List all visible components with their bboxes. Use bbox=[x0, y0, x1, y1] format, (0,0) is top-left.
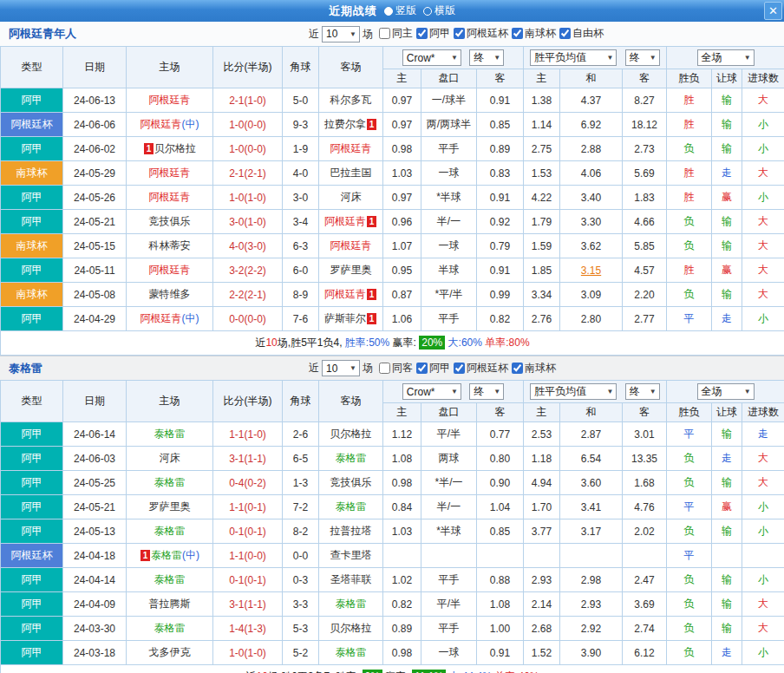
home-team-cell[interactable]: 科林蒂安 bbox=[127, 234, 213, 258]
home-team-cell[interactable]: 河床 bbox=[127, 447, 213, 471]
away-team-cell[interactable]: 阿根廷青1 bbox=[319, 283, 383, 307]
summary-cell: 近10场,胜5平1负4, 胜率:50% 赢率: 20% 大:60% 单率:80% bbox=[1, 331, 784, 356]
checkbox-input[interactable] bbox=[454, 363, 465, 374]
away-team-cell[interactable]: 泰格雷 bbox=[319, 447, 383, 471]
away-team-cell[interactable]: 科尔多瓦 bbox=[319, 88, 383, 113]
league-checkbox-1[interactable]: 阿甲 bbox=[416, 26, 450, 41]
away-team-cell[interactable]: 泰格雷 bbox=[319, 641, 383, 665]
layout-radio-vertical[interactable]: 竖版 bbox=[384, 3, 416, 18]
away-team-cell[interactable]: 贝尔格拉 bbox=[319, 422, 383, 447]
odds-draw[interactable]: 3.15 bbox=[560, 258, 623, 283]
home-team-cell[interactable]: 阿根廷青(中) bbox=[127, 307, 213, 331]
column-header-result: 胜负 bbox=[667, 403, 712, 422]
match-count-select[interactable]: 10 ▼ bbox=[322, 360, 360, 376]
home-team-cell[interactable]: 泰格雷 bbox=[127, 617, 213, 641]
match-row: 南球杯24-05-08蒙特维多2-2(2-1)8-9阿根廷青10.87*平/半0… bbox=[1, 283, 784, 307]
team-name: 阿根廷青 bbox=[330, 239, 372, 252]
away-team-cell[interactable]: 阿根廷青1 bbox=[319, 210, 383, 234]
goals-result-cell: 小 bbox=[742, 137, 784, 161]
home-team-cell[interactable]: 蒙特维多 bbox=[127, 283, 213, 307]
home-team-cell[interactable]: 竞技俱乐 bbox=[127, 210, 213, 234]
odds-away-win: 2.20 bbox=[623, 283, 667, 307]
odds-draw: 6.54 bbox=[560, 447, 623, 471]
close-button[interactable]: ✕ bbox=[764, 2, 782, 20]
handicap-result-cell: 走 bbox=[712, 161, 742, 186]
home-team-cell[interactable]: 罗萨里奥 bbox=[127, 495, 213, 519]
league-checkbox-3[interactable]: 南球杯 bbox=[512, 26, 556, 41]
home-team-cell[interactable]: 泰格雷 bbox=[127, 519, 213, 544]
layout-radio-horizontal[interactable]: 横版 bbox=[423, 3, 455, 18]
away-team-cell[interactable]: 拉普拉塔 bbox=[319, 519, 383, 544]
checkbox-input[interactable] bbox=[512, 363, 523, 374]
match-row: 阿甲24-06-03河床3-1(1-1)6-5泰格雷1.08两球0.801.18… bbox=[1, 447, 784, 471]
home-team-cell[interactable]: 阿根廷青 bbox=[127, 161, 213, 186]
handicap-line: 平/半 bbox=[421, 422, 477, 447]
league-checkbox-1[interactable]: 阿甲 bbox=[416, 361, 450, 376]
away-team-cell[interactable]: 泰格雷 bbox=[319, 495, 383, 519]
handicap-odds-home: 0.89 bbox=[383, 617, 421, 641]
column-header-score: 比分(半场) bbox=[213, 47, 283, 88]
bookmaker-state-value: 终 bbox=[474, 384, 484, 399]
checkbox-input[interactable] bbox=[454, 28, 465, 39]
europe-odds-select[interactable]: 胜平负均值▼ bbox=[530, 383, 617, 400]
column-header-1x2-away: 客 bbox=[623, 403, 667, 422]
checkbox-input[interactable] bbox=[379, 363, 390, 374]
home-team-cell[interactable]: 普拉腾斯 bbox=[127, 592, 213, 617]
europe-state-select[interactable]: 终▼ bbox=[625, 49, 660, 66]
bookmaker-state-select[interactable]: 终▼ bbox=[469, 383, 504, 400]
match-count-select[interactable]: 10 ▼ bbox=[322, 26, 360, 42]
league-checkbox-0[interactable]: 同主 bbox=[379, 26, 413, 41]
away-team-cell[interactable]: 泰格雷 bbox=[319, 592, 383, 617]
checkbox-input[interactable] bbox=[512, 28, 523, 39]
home-team-cell[interactable]: 阿根廷青 bbox=[127, 186, 213, 210]
away-team-cell[interactable]: 圣塔菲联 bbox=[319, 568, 383, 592]
away-team-cell[interactable]: 竞技俱乐 bbox=[319, 471, 383, 495]
league-checkbox-2[interactable]: 阿根廷杯 bbox=[454, 26, 508, 41]
home-team-cell[interactable]: 泰格雷 bbox=[127, 422, 213, 447]
away-team-cell[interactable]: 罗萨里奥 bbox=[319, 258, 383, 283]
league-checkbox-2[interactable]: 阿根廷杯 bbox=[454, 361, 508, 376]
column-header-corners: 角球 bbox=[283, 381, 319, 422]
home-team-cell[interactable]: 阿根廷青(中) bbox=[127, 113, 213, 137]
league-badge: 阿甲 bbox=[1, 592, 63, 617]
handicap-odds-away: 0.91 bbox=[477, 186, 524, 210]
home-team-cell[interactable]: 泰格雷 bbox=[127, 568, 213, 592]
away-team-cell[interactable]: 拉费尔拿1 bbox=[319, 113, 383, 137]
home-team-cell[interactable]: 1泰格雷(中) bbox=[127, 544, 213, 568]
away-team-cell[interactable]: 贝尔格拉 bbox=[319, 617, 383, 641]
away-team-cell[interactable]: 阿根廷青 bbox=[319, 137, 383, 161]
odds-home-win: 2.14 bbox=[524, 592, 560, 617]
odds-draw: 3.62 bbox=[560, 234, 623, 258]
away-team-cell[interactable]: 巴拉圭国 bbox=[319, 161, 383, 186]
europe-state-select[interactable]: 终▼ bbox=[625, 383, 660, 400]
scope-select[interactable]: 全场▼ bbox=[697, 49, 755, 66]
handicap-line: *平/半 bbox=[421, 283, 477, 307]
home-team-cell[interactable]: 阿根廷青 bbox=[127, 88, 213, 113]
home-team-cell[interactable]: 戈多伊克 bbox=[127, 641, 213, 665]
home-team-cell[interactable]: 泰格雷 bbox=[127, 471, 213, 495]
checkbox-input[interactable] bbox=[559, 28, 571, 39]
league-checkbox-0[interactable]: 同客 bbox=[379, 361, 413, 376]
europe-odds-select[interactable]: 胜平负均值▼ bbox=[530, 49, 617, 66]
league-checkbox-4[interactable]: 自由杯 bbox=[559, 26, 604, 41]
result-cell: 胜 bbox=[667, 88, 712, 113]
league-badge: 南球杯 bbox=[1, 161, 63, 186]
home-team-cell[interactable]: 阿根廷青 bbox=[127, 258, 213, 283]
score-cell: 3-1(1-1) bbox=[213, 592, 283, 617]
checkbox-input[interactable] bbox=[379, 28, 390, 39]
bookmaker-select[interactable]: Crow*▼ bbox=[402, 383, 461, 400]
odds-home-win: 1.18 bbox=[524, 447, 560, 471]
away-team-cell[interactable]: 阿根廷青 bbox=[319, 234, 383, 258]
away-team-cell[interactable]: 河床 bbox=[319, 186, 383, 210]
away-team-cell[interactable]: 查卡里塔 bbox=[319, 544, 383, 568]
away-team-cell[interactable]: 萨斯菲尔1 bbox=[319, 307, 383, 331]
summary-cell: 近10场,胜0平3负7, 胜率: 0% 赢率: 11.1% 大:44.4% 单率… bbox=[1, 665, 784, 673]
home-team-cell[interactable]: 1贝尔格拉 bbox=[127, 137, 213, 161]
bookmaker-state-select[interactable]: 终▼ bbox=[469, 49, 504, 66]
goals-result-cell: 小 bbox=[742, 113, 784, 137]
league-checkbox-3[interactable]: 南球杯 bbox=[512, 361, 556, 376]
bookmaker-select[interactable]: Crow*▼ bbox=[402, 49, 461, 66]
checkbox-input[interactable] bbox=[416, 363, 428, 374]
scope-select[interactable]: 全场▼ bbox=[697, 383, 755, 400]
checkbox-input[interactable] bbox=[416, 28, 428, 39]
